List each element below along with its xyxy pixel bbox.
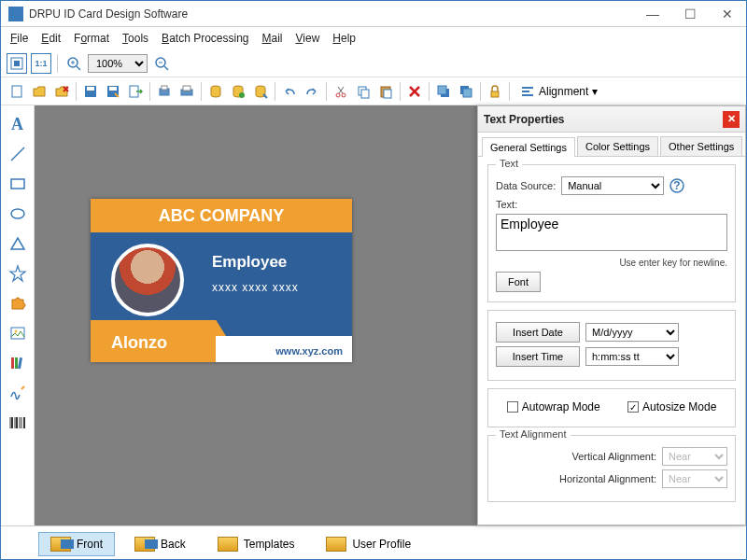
card-role: Employee [212, 253, 287, 272]
menu-help[interactable]: Help [332, 32, 356, 45]
close-file-icon[interactable] [51, 81, 72, 102]
star-tool-icon[interactable] [7, 262, 29, 285]
text-group: Text Data Source: Manual ? Text: Employe… [487, 164, 736, 302]
svg-rect-39 [491, 91, 499, 97]
undo-icon[interactable] [279, 81, 300, 102]
send-back-icon[interactable] [456, 81, 476, 102]
window-title: DRPU ID Card Design Software [29, 7, 634, 21]
user-profile-tab[interactable]: User Profile [314, 532, 423, 556]
menu-format[interactable]: Format [74, 32, 109, 45]
image-tool-icon[interactable] [7, 322, 29, 344]
redo-icon[interactable] [302, 81, 322, 102]
new-icon[interactable] [7, 81, 27, 102]
user-profile-icon [326, 537, 346, 552]
line-tool-icon[interactable] [7, 143, 29, 165]
front-icon [50, 537, 71, 552]
signature-tool-icon[interactable] [7, 382, 29, 404]
delete-icon[interactable] [404, 81, 425, 102]
save-icon[interactable] [80, 81, 101, 102]
font-button[interactable]: Font [496, 272, 541, 292]
text-label: Text: [496, 199, 517, 210]
library-tool-icon[interactable] [7, 352, 29, 374]
autosize-checkbox[interactable]: ✓Autosize Mode [627, 400, 716, 413]
menu-view[interactable]: View [296, 32, 320, 45]
ellipse-tool-icon[interactable] [7, 203, 29, 225]
bring-front-icon[interactable] [433, 81, 454, 102]
lock-icon[interactable] [485, 81, 505, 102]
zoom-select[interactable]: 100% [88, 54, 148, 73]
barcode-tool-icon[interactable] [7, 412, 29, 434]
svg-rect-48 [11, 357, 14, 369]
front-tab[interactable]: Front [38, 532, 115, 556]
menu-tools[interactable]: Tools [122, 32, 148, 45]
halign-select: Near [662, 469, 727, 488]
fit-window-icon[interactable] [7, 53, 27, 74]
zoom-in-icon[interactable] [63, 53, 84, 74]
text-input[interactable]: Employee [496, 214, 727, 251]
alignment-group: Text Alignment Vertical Alignment: Near … [487, 435, 736, 502]
svg-rect-20 [183, 86, 190, 91]
panel-tabs: General Settings Color Settings Other Se… [478, 133, 745, 157]
triangle-tool-icon[interactable] [7, 232, 29, 255]
svg-rect-38 [463, 89, 472, 97]
tab-other[interactable]: Other Settings [660, 136, 742, 156]
svg-line-7 [164, 66, 168, 70]
database1-icon[interactable] [205, 81, 226, 102]
copy-icon[interactable] [353, 81, 374, 102]
minimize-button[interactable]: — [634, 1, 671, 27]
maximize-button[interactable]: ☐ [671, 1, 709, 27]
templates-tab[interactable]: Templates [205, 532, 307, 556]
back-icon [134, 537, 155, 552]
bottom-bar: Front Back Templates User Profile [1, 525, 746, 560]
date-format-select[interactable]: M/d/yyyy [585, 323, 679, 342]
save-as-icon[interactable] [103, 81, 123, 102]
card-name: Alonzo [111, 333, 167, 353]
tab-general[interactable]: General Settings [482, 137, 575, 157]
text-tool-icon[interactable]: A [7, 113, 29, 135]
menu-edit[interactable]: Edit [41, 32, 61, 45]
cut-icon[interactable] [331, 81, 351, 102]
svg-rect-9 [12, 86, 21, 97]
help-icon[interactable]: ? [669, 178, 684, 193]
back-tab[interactable]: Back [122, 532, 198, 556]
card-photo [111, 244, 184, 316]
text-properties-panel: Text Properties ✕ General Settings Color… [477, 105, 746, 525]
print-icon[interactable] [176, 81, 197, 102]
valign-select: Near [662, 447, 727, 466]
database3-icon[interactable] [250, 81, 271, 102]
card-web-strip: www.xyz.com [216, 336, 352, 362]
zoom-out-icon[interactable] [151, 53, 172, 74]
panel-close-button[interactable]: ✕ [723, 111, 740, 128]
open-icon[interactable] [29, 81, 49, 102]
data-source-select[interactable]: Manual [561, 176, 664, 195]
toolbar-main: Alignment ▾ [1, 77, 746, 105]
newline-hint: Use enter key for newline. [496, 258, 727, 268]
menu-file[interactable]: File [10, 32, 28, 45]
alignment-dropdown[interactable]: Alignment ▾ [514, 81, 604, 102]
autowrap-checkbox[interactable]: Autowrap Mode [507, 400, 600, 413]
close-button[interactable]: ✕ [709, 1, 746, 27]
time-format-select[interactable]: h:mm:ss tt [585, 347, 679, 366]
id-card[interactable]: ABC COMPANY Employee xxxx xxxx xxxx Alon… [91, 199, 352, 362]
menu-mail[interactable]: Mail [262, 32, 283, 45]
actual-size-icon[interactable]: 1:1 [31, 53, 51, 74]
puzzle-tool-icon[interactable] [7, 292, 29, 315]
svg-line-43 [11, 147, 24, 161]
svg-rect-32 [384, 90, 391, 98]
tab-color[interactable]: Color Settings [577, 136, 658, 156]
alignment-icon [520, 84, 535, 99]
insert-time-button[interactable]: Insert Time [496, 346, 580, 367]
menu-batch[interactable]: Batch Processing [162, 32, 248, 45]
export-icon[interactable] [125, 81, 146, 102]
templates-icon [218, 537, 238, 552]
svg-rect-50 [17, 357, 21, 369]
print-preview-icon[interactable] [154, 81, 175, 102]
insert-date-button[interactable]: Insert Date [496, 322, 580, 343]
rectangle-tool-icon[interactable] [7, 173, 29, 195]
paste-icon[interactable] [375, 81, 396, 102]
halign-label: Horizontal Alignment: [559, 473, 656, 484]
database2-icon[interactable] [228, 81, 248, 102]
mode-group: Autowrap Mode ✓Autosize Mode [487, 388, 736, 427]
tool-sidebar: A [1, 105, 35, 525]
svg-rect-13 [87, 87, 94, 91]
